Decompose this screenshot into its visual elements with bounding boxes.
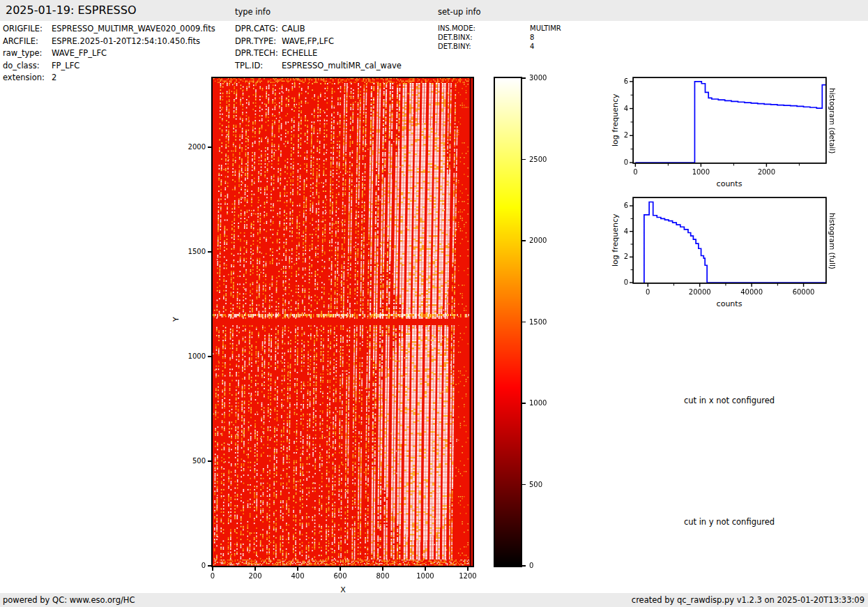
info-row: extension:2 [3, 72, 215, 84]
hist-y-tick-label: 0 [609, 278, 628, 287]
hist-y-tick-label: 2 [609, 253, 628, 261]
hist-y-tick-label: 4 [609, 227, 628, 236]
image-x-tick-label: 1200 [454, 572, 482, 580]
info-value: ECHELLE [282, 47, 317, 60]
info-row: ARCFILE:ESPRE.2025-01-20T12:54:10.450.fi… [3, 36, 215, 48]
tick-mark [522, 159, 526, 160]
type-info-list: DPR.CATG:CALIBDPR.TYPE:WAVE,FP,LFCDPR.TE… [235, 23, 402, 72]
info-row: do_class:FP_LFC [3, 60, 215, 73]
colorbar-tick-label: 0 [529, 562, 557, 570]
info-value: 2 [52, 72, 56, 84]
image-x-tick-label: 200 [241, 572, 269, 580]
header-bar: 2025-01-19: ESPRESSO type info set-up in… [0, 0, 868, 21]
info-label: DET.BINX: [438, 33, 530, 42]
colorbar-tick-label: 1500 [529, 318, 557, 327]
raw-image-canvas [213, 78, 473, 566]
colorbar-tick-label: 2500 [529, 156, 557, 164]
image-x-tick-label: 800 [369, 572, 397, 580]
colorbar-tick-label: 500 [529, 481, 557, 489]
hist-y-tick-label: 6 [609, 202, 628, 210]
info-label: DET.BINY: [438, 42, 530, 51]
tick-mark [297, 567, 298, 571]
hist-x-tick-label: 0 [630, 288, 665, 297]
info-row: DPR.CATG:CALIB [235, 23, 402, 36]
type-info-title: type info [235, 7, 271, 17]
tick-mark [208, 251, 211, 252]
info-label: ORIGFILE: [3, 23, 52, 36]
info-label: raw_type: [3, 47, 52, 60]
file-info-list: ORIGFILE:ESPRESSO_MULTIMR_WAVE020_0009.f… [3, 23, 215, 84]
info-row: INS.MODE:MULTIMR [438, 24, 561, 33]
image-y-tick-label: 1000 [176, 352, 206, 361]
image-y-tick-label: 500 [176, 457, 206, 465]
hist-y-tick-label: 6 [609, 77, 628, 86]
tick-mark [522, 240, 526, 241]
info-value: FP_LFC [52, 60, 79, 73]
tick-mark [208, 356, 211, 357]
colorbar-tick-label: 3000 [529, 74, 557, 82]
info-value: ESPRESSO_MULTIMR_WAVE020_0009.fits [52, 23, 215, 36]
tick-mark [467, 567, 468, 571]
image-y-tick-label: 2000 [176, 143, 206, 151]
hist-x-tick-label: 20000 [683, 288, 717, 297]
tick-mark [208, 460, 211, 461]
hist-x-tick-label: 60000 [786, 288, 821, 297]
hist-x-tick-label: 0 [618, 168, 653, 177]
image-y-tick-label: 0 [176, 562, 206, 570]
hist-detail-ylabel: log frequency [611, 82, 620, 158]
tick-mark [340, 567, 340, 571]
tick-mark [208, 565, 211, 566]
cut-y-message: cut in y not configured [653, 517, 806, 527]
tick-mark [254, 567, 255, 571]
info-value: 4 [530, 42, 534, 51]
info-value: WAVE_FP_LFC [52, 47, 107, 60]
info-label: ARCFILE: [3, 36, 52, 48]
footer-bar: powered by QC: www.eso.org/HC created by… [0, 593, 868, 607]
hist-full-ylabel: log frequency [611, 202, 620, 278]
hist-detail-xlabel: counts [694, 179, 764, 188]
info-row: DET.BINX:8 [438, 33, 561, 42]
setup-info-title: set-up info [438, 7, 481, 17]
hist-y-tick-label: 2 [609, 131, 628, 140]
info-value: ESPRESSO_multiMR_cal_wave [282, 60, 402, 73]
y-axis-label: Y [172, 313, 181, 327]
colorbar-tick-label: 1000 [529, 399, 557, 407]
image-x-tick-label: 400 [284, 572, 312, 580]
info-row: TPL.ID:ESPRESSO_multiMR_cal_wave [235, 60, 402, 73]
info-label: extension: [3, 72, 52, 84]
hist-x-tick-label: 40000 [734, 288, 769, 297]
tick-mark [522, 403, 526, 403]
info-row: raw_type:WAVE_FP_LFC [3, 47, 215, 60]
info-row: DPR.TECH:ECHELLE [235, 47, 402, 60]
info-label: DPR.CATG: [235, 23, 282, 36]
tick-mark [208, 147, 211, 147]
hist-full-right-label: histogram (full) [828, 198, 837, 283]
info-row: ORIGFILE:ESPRESSO_MULTIMR_WAVE020_0009.f… [3, 23, 215, 36]
info-label: INS.MODE: [438, 24, 530, 33]
info-row: DET.BINY:4 [438, 42, 561, 51]
image-x-tick-label: 1000 [411, 572, 439, 580]
image-y-tick-label: 1500 [176, 248, 206, 256]
tick-mark [212, 567, 213, 571]
image-x-tick-label: 600 [326, 572, 354, 580]
page-title: 2025-01-19: ESPRESSO [6, 3, 137, 17]
hist-full-xlabel: counts [694, 299, 764, 308]
colorbar-tick-label: 2000 [529, 237, 557, 245]
histogram-full-canvas [624, 192, 833, 293]
cut-x-message: cut in x not configured [653, 396, 806, 405]
hist-y-tick-label: 4 [609, 105, 628, 113]
info-value: CALIB [282, 23, 305, 36]
info-value: WAVE,FP,LFC [282, 36, 334, 48]
tick-mark [522, 77, 526, 78]
hist-y-tick-label: 0 [609, 158, 628, 167]
tick-mark [425, 567, 425, 571]
qc-report-page: 2025-01-19: ESPRESSO type info set-up in… [0, 0, 868, 607]
info-value: MULTIMR [530, 24, 561, 33]
setup-info-list: INS.MODE:MULTIMRDET.BINX:8DET.BINY:4 [438, 24, 561, 51]
tick-mark [522, 565, 526, 566]
raw-image-frame [211, 77, 474, 567]
tick-mark [522, 484, 526, 485]
histogram-detail-canvas [624, 72, 833, 173]
info-value: 8 [530, 33, 534, 42]
info-label: DPR.TYPE: [235, 36, 282, 48]
